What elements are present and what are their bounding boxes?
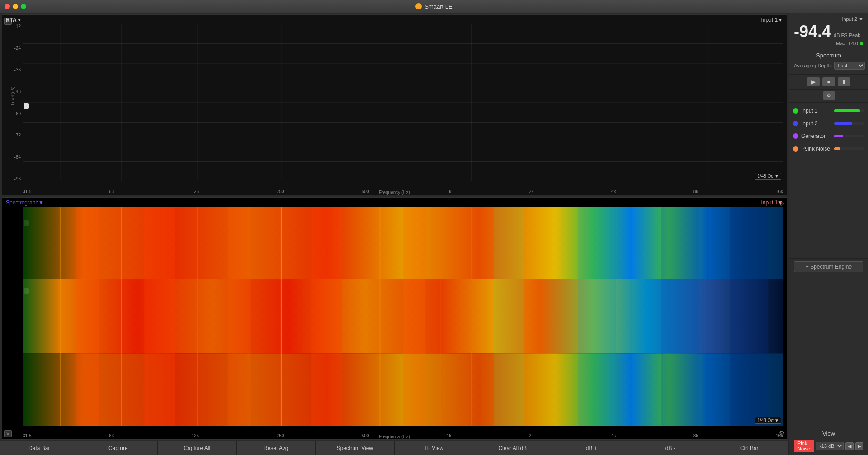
pink-noise-bar-fill	[834, 147, 840, 150]
minimize-button[interactable]	[13, 4, 18, 9]
reset-avg-button[interactable]: Reset Avg	[237, 441, 316, 455]
view-controls: Pink Noise -13 dB -6 dB -20 dB ◀ ▶	[794, 440, 863, 452]
input1-bar	[834, 109, 864, 112]
db-plus-button[interactable]: dB +	[552, 441, 632, 455]
maximize-button[interactable]	[21, 4, 26, 9]
svg-rect-30	[144, 207, 175, 426]
tools-button[interactable]: ⚙	[823, 91, 835, 100]
averaging-select[interactable]: Fast Medium Slow	[834, 62, 865, 70]
view-title: View	[794, 430, 863, 437]
svg-rect-33	[403, 207, 425, 426]
y-label-6: -84	[4, 155, 21, 160]
bottom-toolbar: Data Bar Capture Capture All Reset Avg S…	[0, 441, 789, 455]
close-button[interactable]	[5, 4, 10, 9]
data-bar-button[interactable]: Data Bar	[0, 441, 79, 455]
rta-chart-area[interactable]: 1/48 Oct▼	[23, 24, 783, 181]
spec-label[interactable]: Spectrograph▼	[6, 199, 44, 206]
channel-generator[interactable]: Generator	[789, 130, 868, 142]
spec-chart-svg	[23, 207, 783, 426]
level-display: -94.4 dB FS Peak	[794, 24, 863, 40]
view-left-arrow[interactable]: ◀	[845, 442, 854, 450]
capture-all-button[interactable]: Capture All	[158, 441, 237, 455]
svg-rect-35	[578, 207, 616, 426]
spec-freq-500: 500	[362, 433, 369, 438]
y-label-2: -36	[4, 67, 21, 72]
db-minus-button[interactable]: dB -	[631, 441, 710, 455]
view-right-arrow[interactable]: ▶	[855, 442, 863, 450]
freq-16k: 16k	[776, 189, 783, 194]
right-panel: Input 2 ▼ -94.4 dB FS Peak Max -14.0 Spe…	[789, 13, 868, 455]
rta-level-axis-title: Level (dB)	[10, 87, 15, 105]
generator-bar-fill	[834, 135, 843, 137]
clear-all-db-button[interactable]: Clear All dB	[473, 441, 552, 455]
rta-label[interactable]: RTA▼	[6, 17, 22, 23]
channel-pink-noise[interactable]: P9ink Noise	[789, 142, 868, 155]
add-engine-section: + Spectrum Engine	[789, 258, 868, 275]
rta-panel: RTA▼ Input 1▼ -12 -24 -36 -48 -60 -72 -8…	[2, 14, 787, 195]
averaging-label: Averaging Depth:	[794, 63, 832, 68]
spectrum-section: Spectrum Averaging Depth: Fast Medium Sl…	[789, 49, 868, 75]
level-section: Input 2 ▼ -94.4 dB FS Peak Max -14.0	[789, 13, 868, 49]
pause-button[interactable]: ⏸	[838, 77, 850, 86]
main-layout: RTA▼ Input 1▼ -12 -24 -36 -48 -60 -72 -8…	[0, 13, 868, 455]
spectrum-title: Spectrum	[794, 52, 863, 59]
level-unit: dB FS Peak	[834, 33, 860, 38]
channel-input2[interactable]: Input 2	[789, 117, 868, 130]
spec-input-selector[interactable]: Input 1▼	[761, 199, 783, 206]
spec-close-btn[interactable]: ✕	[4, 429, 12, 437]
freq-63: 63	[109, 189, 114, 194]
rta-oct-badge[interactable]: 1/48 Oct▼	[755, 171, 781, 180]
freq-8k: 8k	[693, 189, 698, 194]
input2-bar	[834, 122, 864, 125]
spec-freq-250: 250	[277, 433, 284, 438]
spec-freq-63: 63	[109, 433, 114, 438]
svg-rect-36	[661, 207, 699, 426]
spec-freq-8k: 8k	[693, 433, 698, 438]
spectrum-view-button[interactable]: Spectrum View	[316, 441, 395, 455]
pink-noise-bar	[834, 147, 864, 150]
rta-header: RTA▼ Input 1▼	[6, 17, 783, 23]
play-button[interactable]: ▶	[807, 77, 820, 86]
svg-rect-31	[228, 207, 250, 426]
left-area: RTA▼ Input 1▼ -12 -24 -36 -48 -60 -72 -8…	[0, 13, 789, 455]
generator-name: Generator	[801, 133, 831, 139]
rta-input-selector[interactable]: Input 1▼	[761, 17, 783, 23]
level-max: Max -14.0	[794, 41, 863, 46]
tools-row: ⚙	[789, 90, 868, 103]
y-label-1: -24	[4, 46, 21, 51]
channel-input1[interactable]: Input 1	[789, 104, 868, 117]
add-spectrum-engine-button[interactable]: + Spectrum Engine	[794, 261, 863, 272]
level-value: -94.4	[794, 24, 831, 40]
freq-500: 500	[362, 189, 369, 194]
freq-31: 31.5	[23, 189, 31, 194]
title-bar: Smaart LE	[0, 0, 868, 13]
pink-noise-dot	[793, 146, 798, 152]
capture-button[interactable]: Capture	[79, 441, 158, 455]
spec-canvas-area[interactable]: 1/48 Oct▼	[23, 207, 783, 426]
spec-freq-4k: 4k	[611, 433, 616, 438]
app-icon	[415, 3, 422, 9]
db-select[interactable]: -13 dB -6 dB -20 dB	[816, 442, 844, 450]
spec-freq-2k: 2k	[529, 433, 534, 438]
spec-freq-1k: 1k	[447, 433, 452, 438]
spec-bottom-settings[interactable]: ⚙	[779, 429, 785, 437]
input2-dot	[793, 121, 798, 126]
window-controls[interactable]	[5, 4, 26, 9]
title-text: Smaart LE	[415, 3, 452, 10]
app-title: Smaart LE	[425, 3, 452, 10]
ctrl-bar-button[interactable]: Ctrl Bar	[710, 441, 789, 455]
tf-view-button[interactable]: TF View	[395, 441, 474, 455]
generator-bar	[834, 135, 864, 137]
svg-rect-29	[76, 207, 99, 426]
generator-dot	[793, 133, 798, 139]
spec-freq-125: 125	[191, 433, 199, 438]
input-selector-right[interactable]: Input 2 ▼	[794, 16, 863, 22]
y-label-7: -96	[4, 176, 21, 181]
spec-oct-badge[interactable]: 1/48 Oct▼	[755, 416, 781, 424]
pink-noise-badge[interactable]: Pink Noise	[794, 440, 814, 452]
stop-button[interactable]: ■	[822, 77, 835, 86]
freq-2k: 2k	[529, 189, 534, 194]
svg-rect-37	[730, 207, 768, 426]
spec-freq-axis-title: Frequency (Hz)	[379, 434, 410, 439]
freq-250: 250	[277, 189, 284, 194]
